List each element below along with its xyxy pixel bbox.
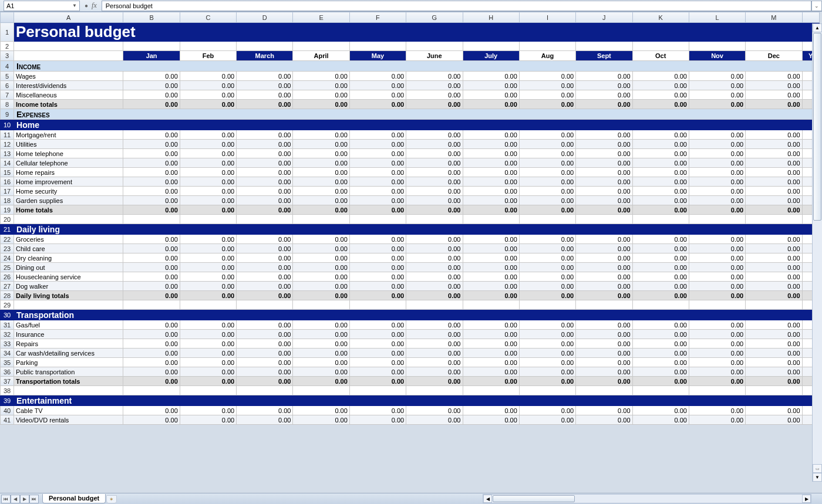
cell-value[interactable]: 0.00 [180, 149, 236, 158]
sheet-table[interactable]: A B C D E F G H I J K L M 1Personal budg… [0, 12, 820, 425]
cell-value[interactable]: 0.00 [519, 149, 575, 158]
tab-last-icon[interactable]: ⏭ [29, 495, 39, 503]
row-header[interactable]: 25 [1, 263, 14, 272]
row-header[interactable]: 3 [1, 51, 14, 61]
cell-value[interactable]: 0.00 [632, 272, 689, 282]
cell-value[interactable]: 0.00 [123, 415, 180, 425]
cell-value[interactable]: 0.00 [519, 358, 575, 367]
cell[interactable] [463, 386, 519, 395]
cell-value[interactable]: 0.00 [349, 415, 406, 425]
totals-value[interactable]: 0.00 [123, 205, 180, 215]
totals-value[interactable]: 0.00 [123, 377, 180, 386]
cell-value[interactable]: 0.00 [123, 367, 180, 377]
cell-value[interactable]: 0.00 [632, 196, 689, 205]
cell-value[interactable]: 0.00 [180, 72, 236, 81]
cell-value[interactable]: 0.00 [293, 187, 349, 196]
row-header[interactable]: 6 [1, 81, 14, 90]
cell-value[interactable]: 0.00 [349, 149, 406, 158]
totals-value[interactable]: 0.00 [293, 377, 349, 386]
cell-value[interactable]: 0.00 [689, 339, 745, 349]
col-header[interactable]: I [519, 12, 575, 23]
expand-formula-bar-icon[interactable]: ⌄ [811, 1, 822, 11]
cell-value[interactable]: 0.00 [746, 330, 802, 339]
cell-value[interactable]: 0.00 [406, 339, 463, 349]
cell-value[interactable]: 0.00 [349, 140, 406, 149]
cell[interactable] [632, 300, 689, 310]
cell-value[interactable]: 0.00 [349, 282, 406, 291]
cell-value[interactable]: 0.00 [237, 177, 293, 187]
cell-value[interactable]: 0.00 [746, 415, 802, 425]
cell-value[interactable]: 0.00 [632, 358, 689, 367]
cell-value[interactable]: 0.00 [463, 282, 519, 291]
row-label[interactable]: Cellular telephone [14, 158, 123, 168]
cell-value[interactable]: 0.00 [463, 253, 519, 263]
row-label[interactable]: Housecleaning service [14, 272, 123, 282]
cell-value[interactable]: 0.00 [632, 140, 689, 149]
cell-value[interactable]: 0.00 [406, 158, 463, 168]
cell-value[interactable]: 0.00 [519, 415, 575, 425]
row-label[interactable]: Garden supplies [14, 196, 123, 205]
cell-value[interactable]: 0.00 [519, 367, 575, 377]
cell-value[interactable]: 0.00 [746, 187, 802, 196]
cell-value[interactable]: 0.00 [576, 177, 632, 187]
cell-value[interactable]: 0.00 [237, 272, 293, 282]
cell[interactable] [463, 42, 519, 51]
totals-value[interactable]: 0.00 [237, 205, 293, 215]
cell-value[interactable]: 0.00 [463, 177, 519, 187]
cell-value[interactable]: 0.00 [293, 72, 349, 81]
cell-value[interactable]: 0.00 [349, 90, 406, 100]
cell-value[interactable]: 0.00 [689, 253, 745, 263]
cell[interactable] [14, 215, 123, 224]
totals-value[interactable]: 0.00 [406, 100, 463, 109]
cell-value[interactable]: 0.00 [293, 339, 349, 349]
cell-value[interactable]: 0.00 [689, 320, 745, 330]
cell[interactable] [14, 386, 123, 395]
cell-value[interactable]: 0.00 [123, 320, 180, 330]
cell-value[interactable]: 0.00 [406, 90, 463, 100]
cell[interactable] [123, 42, 180, 51]
row-header[interactable]: 5 [1, 72, 14, 81]
cell-value[interactable]: 0.00 [576, 406, 632, 415]
row-label[interactable]: Miscellaneous [14, 90, 123, 100]
cell-value[interactable]: 0.00 [406, 235, 463, 244]
row-header[interactable]: 8 [1, 100, 14, 109]
totals-value[interactable]: 0.00 [689, 291, 745, 300]
cell-value[interactable]: 0.00 [576, 253, 632, 263]
cell-value[interactable]: 0.00 [632, 253, 689, 263]
cell-value[interactable]: 0.00 [237, 406, 293, 415]
cell-value[interactable]: 0.00 [632, 244, 689, 253]
cell-value[interactable]: 0.00 [519, 177, 575, 187]
month-header[interactable]: May [349, 51, 406, 61]
cell-value[interactable]: 0.00 [746, 140, 802, 149]
cell-value[interactable]: 0.00 [746, 235, 802, 244]
totals-value[interactable]: 0.00 [180, 291, 236, 300]
cell-value[interactable]: 0.00 [293, 177, 349, 187]
row-header[interactable]: 19 [1, 205, 14, 215]
cell-value[interactable]: 0.00 [463, 415, 519, 425]
col-header[interactable]: M [746, 12, 802, 23]
totals-value[interactable]: 0.00 [237, 377, 293, 386]
cell-value[interactable]: 0.00 [406, 406, 463, 415]
cell-value[interactable]: 0.00 [632, 415, 689, 425]
cell[interactable] [180, 42, 236, 51]
totals-value[interactable]: 0.00 [349, 205, 406, 215]
cell-value[interactable]: 0.00 [632, 282, 689, 291]
row-header[interactable]: 40 [1, 406, 14, 415]
row-header[interactable]: 15 [1, 168, 14, 177]
cell-value[interactable]: 0.00 [123, 187, 180, 196]
cell-value[interactable]: 0.00 [463, 130, 519, 140]
totals-value[interactable]: 0.00 [237, 100, 293, 109]
row-label[interactable]: Child care [14, 244, 123, 253]
scroll-thumb[interactable] [813, 33, 821, 221]
sheet-tab-active[interactable]: Personal budget [42, 494, 106, 503]
cell-value[interactable]: 0.00 [237, 282, 293, 291]
row-header[interactable]: 18 [1, 196, 14, 205]
cell-value[interactable]: 0.00 [746, 367, 802, 377]
cell-value[interactable]: 0.00 [123, 72, 180, 81]
totals-value[interactable]: 0.00 [519, 205, 575, 215]
cell-value[interactable]: 0.00 [632, 187, 689, 196]
cell-value[interactable]: 0.00 [576, 244, 632, 253]
cell-value[interactable]: 0.00 [293, 81, 349, 90]
cell-value[interactable]: 0.00 [180, 358, 236, 367]
col-header[interactable]: F [349, 12, 406, 23]
